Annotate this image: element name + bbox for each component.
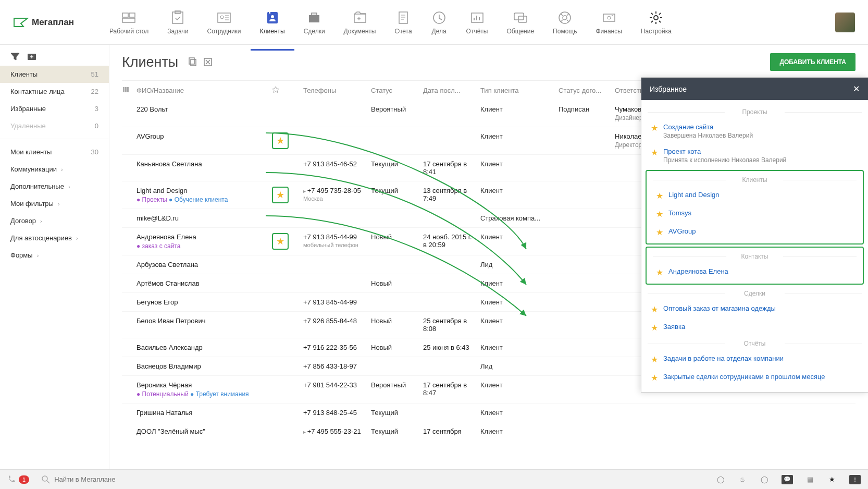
calendar-icon[interactable]: ▦ [805, 475, 815, 484]
col-date[interactable]: Дата посл... [423, 87, 480, 94]
folder-add-icon[interactable] [27, 52, 36, 60]
nav-label: Помощь [553, 28, 577, 35]
svg-point-19 [563, 16, 567, 20]
nav-chat[interactable]: Общение [497, 6, 543, 39]
phone: +7 916 222-35-56 [303, 344, 357, 351]
alert-icon[interactable]: ! [849, 475, 861, 484]
sidebar-expand[interactable]: Мои клиенты30 [0, 143, 109, 161]
favorite-item[interactable]: ★Tomsys [647, 205, 863, 223]
add-client-button[interactable]: ДОБАВИТЬ КЛИЕНТА [770, 53, 855, 71]
col-type[interactable]: Тип клиента [480, 87, 559, 94]
table-row[interactable]: Гришина Наталья+7 913 848-25-45ТекущийКл… [122, 403, 855, 422]
favorite-link[interactable]: Light and Design [668, 191, 720, 199]
favorite-meta: Завершена Николаев Валерий [663, 132, 753, 139]
col-contract[interactable]: Статус дого... [559, 87, 615, 94]
nav-desktop[interactable]: Рабочий стол [100, 6, 158, 39]
table-row[interactable]: ДООЛ "Зелёный мыс"▸ +7 495 555-23-21Теку… [122, 422, 855, 441]
sidebar-label: Формы [10, 251, 33, 259]
chevron-right-icon: › [37, 252, 39, 259]
star-icon[interactable]: ★ [827, 475, 837, 484]
favorite-link[interactable]: Оптовый заказ от магазина одежды [663, 304, 776, 312]
sidebar-label: Избранные [10, 105, 46, 113]
employees-icon [216, 10, 232, 25]
col-status[interactable]: Статус [371, 87, 423, 94]
top-navigation: Мегаплан Рабочий столЗадачиСотрудникиКли… [0, 0, 868, 45]
svg-rect-17 [518, 16, 527, 22]
star-column-icon[interactable] [272, 86, 279, 93]
favorite-link[interactable]: Задачи в работе на отделах компании [663, 354, 784, 362]
col-name[interactable]: ФИО/Название [137, 87, 272, 94]
logo-text: Мегаплан [32, 17, 74, 28]
sidebar-item[interactable]: Удаленные0 [0, 117, 109, 135]
nav-tasks[interactable]: Задачи [158, 6, 197, 39]
status: Текущий [371, 187, 423, 194]
favorite-item[interactable]: ★Андреянова Елена [647, 263, 863, 282]
nav-todos[interactable]: Дела [421, 6, 457, 39]
nav-employees[interactable]: Сотрудники [198, 6, 251, 39]
nav-finance[interactable]: Финансы [586, 6, 631, 39]
svg-rect-20 [603, 14, 615, 21]
favorite-item[interactable]: ★AVGroup [647, 223, 863, 241]
message-icon[interactable]: 💬 [782, 475, 793, 484]
user-avatar[interactable] [835, 13, 855, 32]
favorite-star[interactable]: ★ [272, 132, 289, 149]
close-icon[interactable]: ✕ [853, 84, 860, 94]
footer-phone[interactable]: 1 [7, 475, 29, 484]
favorite-star[interactable]: ★ [272, 187, 289, 203]
sidebar-item[interactable]: Клиенты51 [0, 66, 109, 83]
favorite-item[interactable]: ★Создание сайтаЗавершена Николаев Валери… [641, 119, 868, 143]
nav-clients[interactable]: Клиенты [251, 6, 294, 39]
fav-section-projects: Проекты [641, 105, 868, 119]
col-phone[interactable]: Телефоны [303, 87, 371, 94]
sidebar-item[interactable]: Контактные лица22 [0, 83, 109, 100]
client-name: Гришина Наталья [137, 409, 268, 417]
nav-label: Финансы [596, 28, 622, 35]
client-name: Арбузова Светлана [137, 261, 268, 268]
favorite-item[interactable]: ★Light and Design [647, 187, 863, 205]
sidebar-expand[interactable]: Мои фильтры› [0, 195, 109, 212]
client-type: Клиент [480, 344, 559, 351]
favorite-link[interactable]: Tomsys [668, 209, 691, 217]
client-type: Клиент [480, 132, 559, 140]
filter-add-icon[interactable] [10, 52, 20, 60]
favorite-link[interactable]: Заявка [663, 323, 685, 331]
fav-section-reports: Отчёты [641, 337, 868, 350]
export-icon[interactable] [203, 57, 213, 67]
nav-deals[interactable]: Сделки [294, 6, 334, 39]
flame-icon[interactable]: ♨ [738, 475, 747, 484]
sidebar-item[interactable]: Избранные3 [0, 100, 109, 117]
favorite-link[interactable]: AVGroup [668, 227, 696, 235]
nav-invoices[interactable]: Счета [385, 6, 421, 39]
nav-settings[interactable]: Настройка [631, 6, 681, 39]
sidebar-expand[interactable]: Коммуникации› [0, 161, 109, 178]
client-name: Васнецов Владимир [137, 362, 268, 370]
favorite-item[interactable]: ★Оптовый заказ от магазина одежды [641, 300, 868, 319]
warning-icon[interactable]: ◯ [716, 475, 725, 484]
fav-contacts-group: Контакты ★Андреянова Елена [646, 247, 864, 285]
nav-reports[interactable]: Отчёты [457, 6, 498, 39]
nav-label: Клиенты [260, 28, 285, 35]
nav-docs[interactable]: Документы [334, 6, 386, 39]
favorite-item[interactable]: ★Заявка [641, 319, 868, 337]
favorite-link[interactable]: Проект кота [663, 148, 786, 155]
bell-icon[interactable]: ◯ [760, 475, 769, 484]
favorite-link[interactable]: Андреянова Елена [668, 267, 728, 275]
favorite-item[interactable]: ★Задачи в работе на отделах компании [641, 350, 868, 369]
logo[interactable]: Мегаплан [13, 16, 74, 29]
client-name: Каньянова Светлана [137, 160, 268, 168]
favorite-item[interactable]: ★Проект котаПринята к исполнению Николае… [641, 143, 868, 168]
sidebar-expand[interactable]: Дополнительные› [0, 178, 109, 195]
favorite-star[interactable]: ★ [272, 233, 289, 250]
sidebar-expand[interactable]: Договор› [0, 212, 109, 229]
search-input[interactable] [54, 475, 210, 483]
columns-icon[interactable] [122, 86, 129, 93]
sidebar-expand[interactable]: Для автосценариев› [0, 229, 109, 247]
svg-rect-12 [354, 14, 366, 22]
nav-help[interactable]: Помощь [543, 6, 586, 39]
copy-icon[interactable] [188, 57, 197, 67]
sidebar-expand[interactable]: Формы› [0, 247, 109, 264]
favorite-item[interactable]: ★Закрытые сделки сотрудниками в прошлом … [641, 369, 868, 387]
favorite-link[interactable]: Создание сайта [663, 123, 753, 131]
desktop-icon [121, 10, 138, 25]
favorite-link[interactable]: Закрытые сделки сотрудниками в прошлом м… [663, 373, 825, 381]
